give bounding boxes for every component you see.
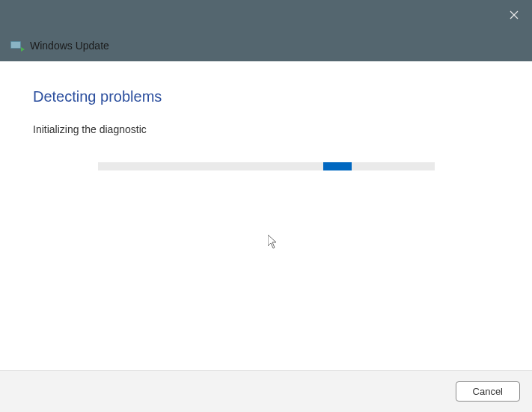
status-text: Initializing the diagnostic (33, 123, 499, 135)
header: Windows Update (0, 30, 532, 61)
header-title: Windows Update (30, 40, 109, 52)
page-heading: Detecting problems (33, 88, 499, 105)
footer: Cancel (0, 370, 532, 412)
progress-bar (98, 162, 435, 170)
content-area: Detecting problems Initializing the diag… (0, 61, 532, 370)
progress-chunk (323, 162, 352, 170)
cancel-button[interactable]: Cancel (456, 381, 520, 402)
progress-container (33, 162, 499, 170)
close-button[interactable] (505, 6, 523, 24)
close-icon (510, 10, 519, 19)
troubleshoot-icon (10, 41, 24, 50)
titlebar (0, 0, 532, 30)
